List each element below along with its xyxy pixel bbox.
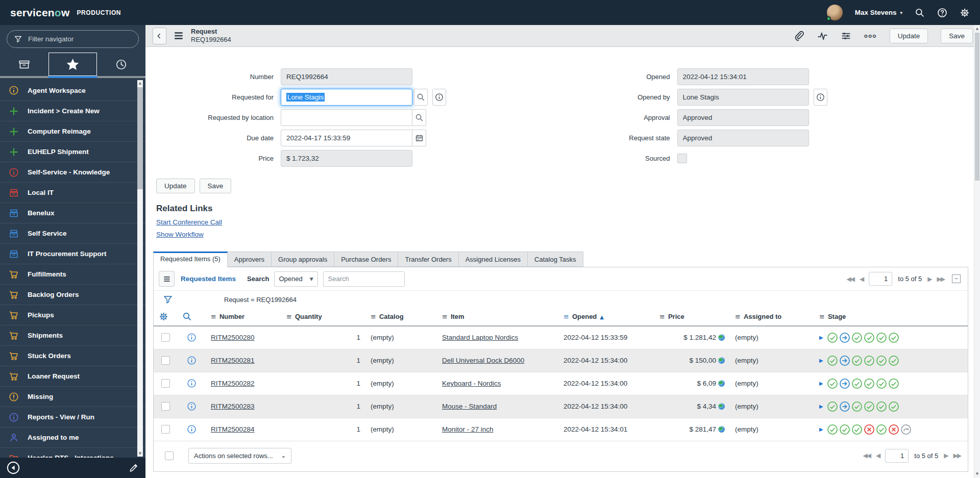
stage-done-icon[interactable] <box>827 424 838 435</box>
tab-approvers[interactable]: Approvers <box>228 251 272 267</box>
stage-current-icon[interactable] <box>839 401 850 412</box>
item-link[interactable]: Standard Laptop Nordics <box>442 334 518 341</box>
column-header-quantity[interactable]: ≡Quantity <box>281 308 365 326</box>
stage-current-icon[interactable] <box>839 332 850 343</box>
sidebar-item-euhelp-shipment[interactable]: EUHELP Shipment <box>0 141 145 162</box>
sidebar-item-self-service-knowledge[interactable]: Self-Service - Knowledge <box>0 162 145 182</box>
sourced-checkbox[interactable] <box>677 154 687 163</box>
ritm-link[interactable]: RITM2500282 <box>211 380 255 387</box>
stage-rejected-icon[interactable] <box>888 424 899 435</box>
scrollbar-thumb[interactable] <box>137 87 143 189</box>
opened-by-field[interactable] <box>677 89 809 106</box>
scroll-up-icon[interactable]: ▲ <box>137 80 143 86</box>
save-button[interactable]: Save <box>200 179 232 193</box>
scroll-down-icon[interactable]: ▼ <box>974 471 980 477</box>
next-page-icon[interactable]: ▶ <box>944 452 947 459</box>
currency-globe-icon[interactable] <box>718 334 725 341</box>
row-checkbox[interactable] <box>161 425 170 434</box>
attachment-icon[interactable] <box>794 31 804 41</box>
reference-lookup-icon[interactable] <box>412 109 426 126</box>
item-link[interactable]: Dell Universal Dock D6000 <box>442 357 524 364</box>
list-title-link[interactable]: Requested Items <box>181 275 236 283</box>
record-preview-icon[interactable] <box>187 356 197 365</box>
update-button-header[interactable]: Update <box>890 29 928 43</box>
column-menu-icon[interactable]: ≡ <box>371 313 376 320</box>
sidebar-item-reports-view-run[interactable]: Reports - View / Run <box>0 407 145 427</box>
back-button[interactable] <box>153 28 166 44</box>
column-menu-icon[interactable]: ≡ <box>442 313 448 320</box>
select-all-checkbox[interactable] <box>165 451 174 460</box>
search-icon[interactable] <box>915 8 925 18</box>
sidebar-item-self-service[interactable]: Self Service <box>0 223 145 243</box>
column-menu-icon[interactable]: ≡ <box>819 313 825 320</box>
ritm-link[interactable]: RITM2500280 <box>211 334 255 341</box>
stage-done-icon[interactable] <box>851 355 863 366</box>
list-context-menu[interactable] <box>159 271 175 287</box>
stage-done-icon[interactable] <box>864 378 875 389</box>
activity-stream-icon[interactable] <box>817 31 828 41</box>
tab-requested-items-5[interactable]: Requested Items (5) <box>153 251 228 267</box>
tab-catalog-tasks[interactable]: Catalog Tasks <box>528 251 583 267</box>
approval-field[interactable] <box>677 109 809 126</box>
tab-favorites[interactable] <box>48 53 97 76</box>
record-preview-icon[interactable] <box>187 401 197 411</box>
expand-stage-icon[interactable]: ▶ <box>819 335 823 340</box>
column-menu-icon[interactable]: ≡ <box>286 313 292 320</box>
last-page-icon[interactable]: ▶▶ <box>953 452 961 459</box>
price-field[interactable] <box>281 150 412 167</box>
stage-done-icon[interactable] <box>876 355 887 366</box>
filter-navigator-input[interactable] <box>27 35 132 43</box>
currency-globe-icon[interactable] <box>718 426 725 433</box>
stage-done-icon[interactable] <box>888 378 899 389</box>
sidebar-item-shipments[interactable]: Shipments <box>0 325 145 345</box>
stage-done-icon[interactable] <box>851 332 863 343</box>
reference-lookup-icon[interactable] <box>414 89 428 106</box>
stage-done-icon[interactable] <box>876 424 887 435</box>
stage-done-icon[interactable] <box>876 378 887 389</box>
calendar-icon[interactable] <box>412 130 426 146</box>
info-icon[interactable] <box>814 89 827 106</box>
save-button-header[interactable]: Save <box>941 29 973 43</box>
row-checkbox[interactable] <box>161 333 170 342</box>
page-input[interactable] <box>885 449 909 463</box>
edit-favorites-icon[interactable] <box>129 463 139 473</box>
gear-icon[interactable] <box>960 8 970 18</box>
search-column-select[interactable]: Opened ▼ <box>274 271 317 287</box>
sidebar-item-pickups[interactable]: Pickups <box>0 305 145 325</box>
column-menu-icon[interactable]: ≡ <box>211 313 216 320</box>
request-state-field[interactable] <box>677 130 809 146</box>
prev-page-icon[interactable]: ◀ <box>860 275 863 283</box>
row-checkbox[interactable] <box>161 379 170 388</box>
stage-done-icon[interactable] <box>851 424 863 435</box>
ritm-link[interactable]: RITM2500281 <box>211 357 255 364</box>
column-header-number[interactable]: ≡Number <box>206 308 281 326</box>
expand-stage-icon[interactable]: ▶ <box>819 404 823 409</box>
stage-done-icon[interactable] <box>864 332 875 343</box>
tab-all-applications[interactable] <box>0 53 48 76</box>
stage-current-icon[interactable] <box>839 378 850 389</box>
filter-breadcrumb[interactable]: Request = REQ1992664 <box>224 296 297 304</box>
stage-skipped-icon[interactable] <box>900 424 912 435</box>
sidebar-item-it-procurement-support[interactable]: IT Procurement Support <box>0 243 145 264</box>
personalize-form-icon[interactable] <box>841 31 851 41</box>
stage-done-icon[interactable] <box>888 401 899 412</box>
currency-globe-icon[interactable] <box>718 357 725 364</box>
stage-done-icon[interactable] <box>888 332 899 343</box>
tab-assigned-licenses[interactable]: Assigned Licenses <box>459 251 528 267</box>
more-options-button[interactable]: ooo <box>864 33 877 39</box>
sidebar-item-heerlen-dts-interactions[interactable]: Heerlen DTS - Interactions <box>0 447 145 458</box>
user-menu[interactable]: Max Stevens ▾ <box>855 9 902 16</box>
info-icon[interactable] <box>432 89 446 106</box>
stage-done-icon[interactable] <box>851 378 863 389</box>
last-page-icon[interactable]: ▶▶ <box>937 275 944 283</box>
stage-done-icon[interactable] <box>827 355 838 366</box>
currency-globe-icon[interactable] <box>718 403 725 410</box>
stage-done-icon[interactable] <box>839 424 850 435</box>
sidebar-item-stuck-orders[interactable]: Stuck Orders <box>0 345 145 366</box>
first-page-icon[interactable]: ◀◀ <box>847 275 854 283</box>
record-preview-icon[interactable] <box>187 424 197 434</box>
expand-stage-icon[interactable]: ▶ <box>819 426 823 432</box>
opened-field[interactable] <box>677 68 809 85</box>
item-link[interactable]: Monitor - 27 inch <box>442 425 494 433</box>
stage-done-icon[interactable] <box>864 355 875 366</box>
